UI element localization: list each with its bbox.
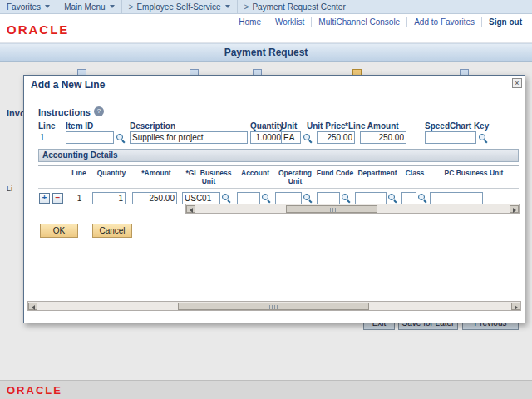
account-lookup-icon[interactable] <box>261 193 271 203</box>
help-icon[interactable]: ? <box>94 106 104 116</box>
footer: ORACLE <box>0 380 532 399</box>
column-header-operating-unit: Operating Unit <box>274 168 316 186</box>
column-header-gl-business-unit: *GL Business Unit <box>181 168 236 186</box>
multichannel-console-link[interactable]: MultiChannel Console <box>312 17 407 27</box>
item-id-input[interactable] <box>66 131 114 144</box>
header-links: Home Worklist MultiChannel Console Add t… <box>232 17 529 27</box>
sign-out-link[interactable]: Sign out <box>482 17 529 27</box>
row-amount-input[interactable] <box>132 192 177 204</box>
fund-code-lookup-icon[interactable] <box>341 193 351 203</box>
line-label: Line <box>38 121 56 131</box>
accounting-grid: Line Quantity *Amount *GL Business Unit … <box>38 165 519 204</box>
cancel-button[interactable]: Cancel <box>92 224 132 238</box>
breadcrumb-favorites[interactable]: Favorites <box>0 0 57 13</box>
ok-button[interactable]: OK <box>40 224 78 238</box>
scroll-right-icon[interactable] <box>511 303 520 310</box>
operating-unit-lookup-icon[interactable] <box>303 193 313 203</box>
row-account-input[interactable] <box>237 192 260 204</box>
column-header-fund-code: Fund Code <box>316 168 354 186</box>
instructions-link[interactable]: Instructions <box>38 107 91 117</box>
unit-input[interactable] <box>281 131 301 144</box>
add-new-line-modal: Add a New Line × Instructions ? Line Ite… <box>23 75 525 323</box>
speedchart-lookup-icon[interactable] <box>478 133 488 143</box>
breadcrumb-separator: > <box>244 2 249 12</box>
worklist-link[interactable]: Worklist <box>268 17 312 27</box>
scroll-left-icon[interactable] <box>28 303 37 310</box>
breadcrumb: Favorites Main Menu > Employee Self-Serv… <box>0 0 532 14</box>
row-quantity-input[interactable] <box>92 192 126 204</box>
column-header-pc-business-unit: PC Business Unit <box>429 168 519 186</box>
unit-price-label: Unit Price <box>307 121 346 131</box>
accounting-row: + − 1 <box>38 192 519 204</box>
add-row-button[interactable]: + <box>39 193 50 204</box>
scroll-left-icon[interactable] <box>186 205 195 213</box>
close-icon[interactable]: × <box>512 78 522 88</box>
row-class-input[interactable] <box>401 192 416 204</box>
accounting-details-header: Accounting Details <box>38 149 519 162</box>
description-label: Description <box>130 121 175 131</box>
unit-label: Unit <box>281 121 297 131</box>
breadcrumb-payment-request-center[interactable]: > Payment Request Center <box>238 0 352 13</box>
background-partial-label: Li <box>7 185 12 193</box>
quantity-input[interactable] <box>250 131 283 144</box>
caret-down-icon <box>110 5 115 8</box>
add-to-favorites-link[interactable]: Add to Favorites <box>407 17 482 27</box>
row-line-number: 1 <box>77 194 82 203</box>
line-amount-input[interactable] <box>360 131 406 144</box>
breadcrumb-label: Employee Self-Service <box>136 2 220 12</box>
caret-down-icon <box>225 5 230 8</box>
breadcrumb-separator: > <box>129 2 134 12</box>
home-link[interactable]: Home <box>232 17 268 27</box>
speedchart-key-input[interactable] <box>425 131 476 144</box>
column-header-amount: *Amount <box>131 168 181 186</box>
row-department-input[interactable] <box>355 192 387 204</box>
row-pc-business-unit-input[interactable] <box>430 192 483 204</box>
caret-down-icon <box>45 5 50 8</box>
column-header-quantity: Quantity <box>91 168 131 186</box>
class-lookup-icon[interactable] <box>417 193 427 203</box>
description-input[interactable] <box>130 131 248 144</box>
column-header-department: Department <box>354 168 401 186</box>
speedchart-key-label: SpeedChart Key <box>425 121 489 131</box>
breadcrumb-label: Main Menu <box>64 2 105 12</box>
breadcrumb-main-menu[interactable]: Main Menu <box>57 0 121 13</box>
column-header-line: Line <box>66 168 91 186</box>
item-id-lookup-icon[interactable] <box>116 133 126 143</box>
unit-lookup-icon[interactable] <box>303 133 313 143</box>
department-lookup-icon[interactable] <box>387 193 397 203</box>
grid-horizontal-scrollbar[interactable] <box>185 204 520 214</box>
breadcrumb-label: Payment Request Center <box>252 2 345 12</box>
breadcrumb-label: Favorites <box>7 2 41 12</box>
delete-row-button[interactable]: − <box>52 193 63 204</box>
modal-horizontal-scrollbar[interactable] <box>27 301 521 311</box>
scrollbar-thumb[interactable] <box>178 303 369 310</box>
scrollbar-thumb[interactable] <box>286 205 377 213</box>
row-actions-column <box>38 168 66 186</box>
unit-price-input[interactable] <box>317 131 355 144</box>
column-header-class: Class <box>401 168 429 186</box>
line-number-value: 1 <box>40 133 45 142</box>
header: ORACLE Home Worklist MultiChannel Consol… <box>0 14 532 43</box>
oracle-logo: ORACLE <box>7 22 69 37</box>
breadcrumb-employee-self-service[interactable]: > Employee Self-Service <box>122 0 238 13</box>
row-fund-code-input[interactable] <box>317 192 340 204</box>
modal-title: Add a New Line <box>31 79 105 91</box>
line-amount-label: *Line Amount <box>345 121 399 131</box>
gl-business-unit-lookup-icon[interactable] <box>221 193 231 203</box>
quantity-label: Quantity <box>250 121 284 131</box>
screen: Favorites Main Menu > Employee Self-Serv… <box>0 0 532 399</box>
item-id-label: Item ID <box>66 121 93 131</box>
column-header-account: Account <box>236 168 274 186</box>
oracle-footer-logo: ORACLE <box>7 384 62 397</box>
scroll-right-icon[interactable] <box>510 205 519 213</box>
page-title: Payment Request <box>0 43 532 62</box>
accounting-grid-header: Line Quantity *Amount *GL Business Unit … <box>38 165 519 189</box>
row-operating-unit-input[interactable] <box>275 192 302 204</box>
row-gl-business-unit-input[interactable] <box>182 192 220 204</box>
